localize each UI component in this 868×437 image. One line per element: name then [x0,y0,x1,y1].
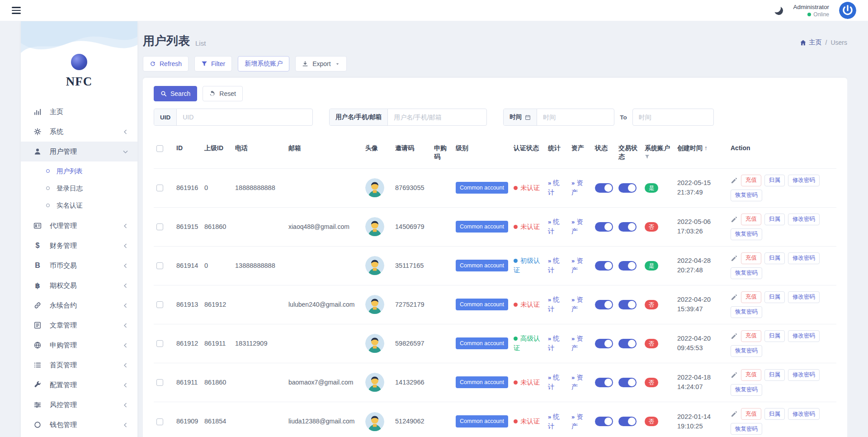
stats-link[interactable]: » 统计 [548,179,560,196]
trade-status-toggle[interactable] [618,378,637,387]
recover-password-button[interactable]: 恢复密码 [731,345,762,357]
sidebar-subitem-login-log[interactable]: 登录日志 [21,180,137,197]
trade-status-toggle[interactable] [618,417,637,426]
stats-link[interactable]: » 统计 [548,374,560,390]
row-checkbox[interactable] [156,185,163,191]
trade-status-toggle[interactable] [618,339,637,348]
edit-pencil-icon[interactable] [731,177,738,184]
belong-button[interactable]: 归属 [764,214,785,225]
add-system-account-button[interactable]: 新增系统账户 [238,56,289,71]
sidebar-subitem-user-list[interactable]: 用户列表 [21,162,137,180]
edit-pencil-icon[interactable] [731,294,738,301]
sidebar-item-agent-management[interactable]: 代理管理 [21,216,137,236]
status-toggle[interactable] [595,378,613,387]
row-checkbox[interactable] [156,340,163,347]
reset-button[interactable]: Reset [203,86,243,101]
sidebar-item-homepage-management[interactable]: 首页管理 [21,355,137,375]
change-password-button[interactable]: 修改密码 [788,175,820,186]
recover-password-button[interactable]: 恢复密码 [731,306,762,318]
user-filter-input[interactable] [388,109,486,125]
sidebar-subitem-real-name-auth[interactable]: 实名认证 [21,197,137,214]
row-checkbox[interactable] [156,223,163,230]
change-password-button[interactable]: 修改密码 [788,214,820,225]
status-toggle[interactable] [595,300,613,309]
sidebar-item-config-management[interactable]: 配置管理 [21,375,137,395]
hamburger-menu-icon[interactable] [12,7,21,14]
time-start-input[interactable] [537,109,614,125]
refresh-button[interactable]: Refresh [143,56,189,71]
trade-status-toggle[interactable] [618,261,637,271]
edit-pencil-icon[interactable] [731,216,738,223]
change-password-button[interactable]: 修改密码 [788,330,820,342]
select-all-checkbox[interactable] [156,145,163,152]
trade-status-toggle[interactable] [618,183,637,193]
sidebar-item-article-management[interactable]: 文章管理 [21,315,137,335]
edit-pencil-icon[interactable] [731,332,738,340]
belong-button[interactable]: 归属 [764,330,785,342]
recover-password-button[interactable]: 恢复密码 [731,267,762,279]
row-checkbox[interactable] [156,262,163,269]
change-password-button[interactable]: 修改密码 [788,291,820,303]
breadcrumb-home-link[interactable]: 主页 [800,38,822,47]
assets-link[interactable]: » 资产 [571,218,583,235]
stats-link[interactable]: » 统计 [548,335,560,352]
user-info[interactable]: Administrator Online [793,4,829,18]
recharge-button[interactable]: 充值 [741,252,761,264]
column-filter-funnel-icon[interactable] [645,154,650,159]
recover-password-button[interactable]: 恢复密码 [731,384,762,396]
filter-button[interactable]: Filter [194,56,232,71]
sidebar-item-wallet-management[interactable]: 钱包管理 [21,415,137,435]
recharge-button[interactable]: 充值 [741,369,761,381]
trade-status-toggle[interactable] [618,222,637,232]
export-button[interactable]: Export [295,56,346,71]
change-password-button[interactable]: 修改密码 [788,252,820,264]
edit-pencil-icon[interactable] [731,371,738,379]
recharge-button[interactable]: 充值 [741,214,761,225]
assets-link[interactable]: » 资产 [571,179,583,196]
assets-link[interactable]: » 资产 [571,296,583,313]
status-toggle[interactable] [595,183,613,193]
sidebar-item-risk-management[interactable]: 风控管理 [21,395,137,415]
row-checkbox[interactable] [156,379,163,386]
stats-link[interactable]: » 统计 [548,413,560,430]
edit-pencil-icon[interactable] [731,255,738,262]
edit-pencil-icon[interactable] [731,410,738,418]
status-toggle[interactable] [595,261,613,271]
assets-link[interactable]: » 资产 [571,413,583,430]
row-checkbox[interactable] [156,301,163,308]
belong-button[interactable]: 归属 [764,291,785,303]
recharge-button[interactable]: 充值 [741,330,761,342]
assets-link[interactable]: » 资产 [571,374,583,390]
sidebar-item-user-management[interactable]: 用户管理 [21,142,137,162]
assets-link[interactable]: » 资产 [571,257,583,274]
stats-link[interactable]: » 统计 [548,257,560,274]
belong-button[interactable]: 归属 [764,369,785,381]
recover-password-button[interactable]: 恢复密码 [731,423,762,435]
sidebar-item-subscription-management[interactable]: 申购管理 [21,335,137,355]
status-toggle[interactable] [595,417,613,426]
sort-asc-icon[interactable]: ↑ [704,144,708,152]
recover-password-button[interactable]: 恢复密码 [731,190,762,201]
uid-input[interactable] [177,109,312,125]
recover-password-button[interactable]: 恢复密码 [731,228,762,240]
status-toggle[interactable] [595,222,613,232]
recharge-button[interactable]: 充值 [741,175,761,186]
sidebar-item-home[interactable]: 主页 [21,102,137,122]
stats-link[interactable]: » 统计 [548,218,560,235]
assets-link[interactable]: » 资产 [571,335,583,352]
belong-button[interactable]: 归属 [764,252,785,264]
sidebar-item-system[interactable]: 系统 [21,122,137,142]
belong-button[interactable]: 归属 [764,175,785,186]
dark-mode-moon-icon[interactable] [774,5,784,16]
trade-status-toggle[interactable] [618,300,637,309]
user-avatar[interactable] [839,2,856,19]
status-toggle[interactable] [595,339,613,348]
stats-link[interactable]: » 统计 [548,296,560,313]
change-password-button[interactable]: 修改密码 [788,369,820,381]
recharge-button[interactable]: 充值 [741,408,761,420]
time-end-input[interactable] [633,109,713,125]
sidebar-item-coin-trade[interactable]: B 币币交易 [21,256,137,276]
sidebar-item-option-trade[interactable]: ฿ 期权交易 [21,276,137,295]
search-button[interactable]: Search [154,86,197,101]
sidebar-item-finance-management[interactable]: $ 财务管理 [21,236,137,256]
